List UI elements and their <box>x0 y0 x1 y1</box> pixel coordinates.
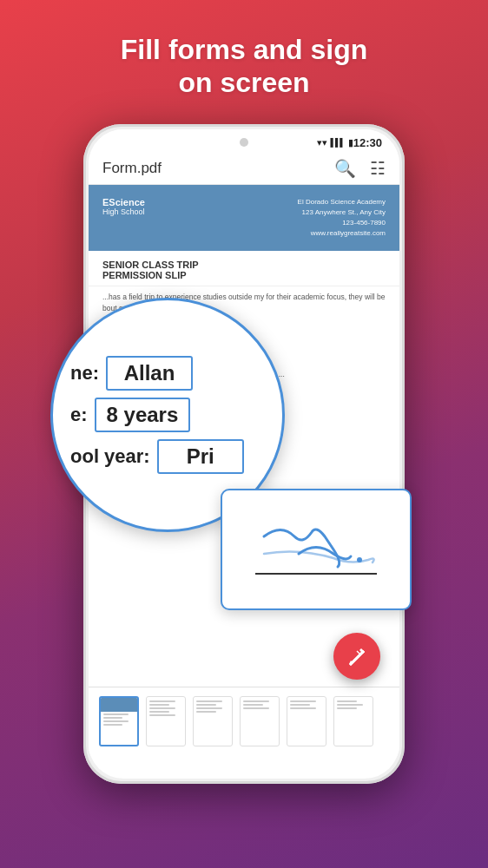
pen-icon <box>346 645 368 667</box>
thumb-item-4[interactable] <box>240 696 280 746</box>
form-header: EScience High School El Dorado Science A… <box>89 185 399 251</box>
zoom-year-value[interactable]: Pri <box>157 439 244 474</box>
zoom-year-label: ool year: <box>70 445 150 468</box>
top-bar-icons: 🔍 ☷ <box>334 158 386 179</box>
slip-label: PERMISSION SLIP <box>102 270 386 280</box>
wifi-icon: ▾▾ <box>317 137 327 148</box>
filename-label: Form.pdf <box>102 160 334 177</box>
thumb-item-1[interactable] <box>99 696 139 746</box>
thumb-item-5[interactable] <box>287 696 326 746</box>
zoom-age-label: e: <box>70 404 88 426</box>
zoom-name-row: ne: Allan <box>70 356 265 391</box>
zoom-name-label: ne: <box>70 362 99 385</box>
school-info-right: El Dorado Science Academy 123 Anywhere S… <box>298 197 386 239</box>
thumb-item-6[interactable] <box>333 696 373 746</box>
hero-title: Fill forms and sign on screen <box>95 33 393 100</box>
trip-label: SENIOR CLASS TRIP <box>102 260 386 270</box>
thumb-item-3[interactable] <box>193 696 233 746</box>
signature-svg <box>238 506 394 593</box>
academy-name: El Dorado Science Academy <box>298 197 386 207</box>
camera-notch <box>240 138 248 147</box>
fab-button[interactable] <box>333 633 380 680</box>
status-icons: ▾▾ ▌▌▌ ▮ <box>317 137 353 148</box>
academy-website: www.reallygreatsite.com <box>298 228 386 239</box>
zoom-name-value[interactable]: Allan <box>106 356 193 391</box>
signature-box[interactable] <box>221 489 412 610</box>
academy-phone: 123-456-7890 <box>298 218 386 228</box>
school-info-left: EScience High School <box>102 197 145 239</box>
zoom-year-row: ool year: Pri <box>70 439 265 474</box>
school-sub: High School <box>102 207 145 216</box>
search-icon[interactable]: 🔍 <box>334 158 356 179</box>
signal-icon: ▌▌▌ <box>331 138 345 147</box>
academy-address: 123 Anywhere St., Any City <box>298 207 386 218</box>
grid-menu-icon[interactable]: ☷ <box>370 158 386 179</box>
thumb-item-2[interactable] <box>146 696 186 746</box>
status-time: 12:30 <box>353 136 382 149</box>
zoom-age-row: e: 8 years <box>70 398 265 432</box>
form-title-area: SENIOR CLASS TRIP PERMISSION SLIP <box>89 251 399 286</box>
hero-title-line1: Fill forms and sign <box>121 34 367 65</box>
phone-mockup: ▾▾ ▌▌▌ ▮ 12:30 Form.pdf 🔍 ☷ ES <box>83 124 405 836</box>
zoom-age-value[interactable]: 8 years <box>95 398 191 432</box>
thumbnail-strip <box>89 687 399 756</box>
hero-title-line2: on screen <box>178 67 309 98</box>
school-name: EScience <box>102 197 145 207</box>
top-bar: Form.pdf 🔍 ☷ <box>89 153 399 185</box>
